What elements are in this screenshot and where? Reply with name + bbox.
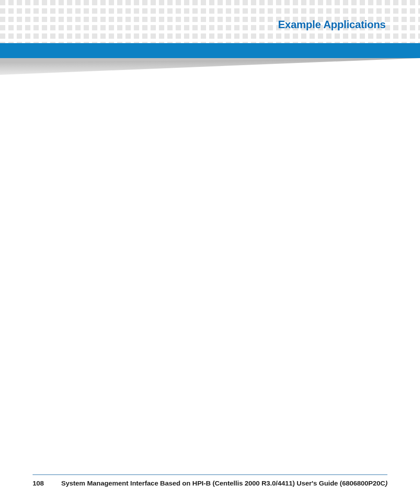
footer-doc-title-trailing: ): [385, 479, 387, 487]
page-body-empty: [0, 76, 420, 469]
footer-doc-title: System Management Interface Based on HPI…: [61, 479, 387, 487]
header-diagonal-divider: [0, 58, 420, 76]
footer-rule: [33, 475, 387, 475]
section-title: Example Applications: [278, 18, 386, 31]
page-footer: 108 System Management Interface Based on…: [33, 475, 387, 487]
header-blue-bar: [0, 43, 420, 58]
footer-line: 108 System Management Interface Based on…: [33, 479, 387, 487]
footer-doc-title-main: System Management Interface Based on HPI…: [61, 479, 385, 487]
page-number: 108: [33, 479, 44, 487]
